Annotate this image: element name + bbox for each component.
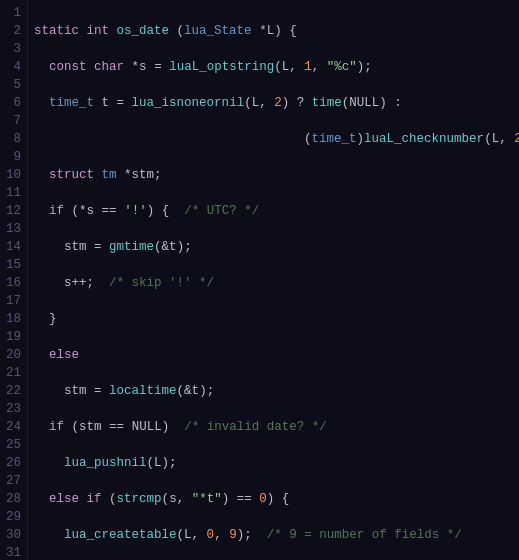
code-line-13: lua_pushnil(L); bbox=[34, 454, 513, 472]
code-line-10: else bbox=[34, 346, 513, 364]
code-line-9: } bbox=[34, 310, 513, 328]
line-numbers: 1 2 3 4 5 6 7 8 9 10 11 12 13 14 15 16 1… bbox=[0, 0, 28, 560]
code-line-3: time_t t = lua_isnoneornil(L, 2) ? time(… bbox=[34, 94, 513, 112]
code-line-8: s++; /* skip '!' */ bbox=[34, 274, 513, 292]
code-line-15: lua_createtable(L, 0, 9); /* 9 = number … bbox=[34, 526, 513, 544]
code-line-14: else if (strcmp(s, "*t") == 0) { bbox=[34, 490, 513, 508]
code-line-5: struct tm *stm; bbox=[34, 166, 513, 184]
code-editor: 1 2 3 4 5 6 7 8 9 10 11 12 13 14 15 16 1… bbox=[0, 0, 519, 560]
code-line-7: stm = gmtime(&t); bbox=[34, 238, 513, 256]
code-line-6: if (*s == '!') { /* UTC? */ bbox=[34, 202, 513, 220]
code-line-12: if (stm == NULL) /* invalid date? */ bbox=[34, 418, 513, 436]
code-line-2: const char *s = luaL_optstring(L, 1, "%c… bbox=[34, 58, 513, 76]
code-body[interactable]: static int os_date (lua_State *L) { cons… bbox=[28, 0, 519, 560]
code-line-11: stm = localtime(&t); bbox=[34, 382, 513, 400]
code-line-1: static int os_date (lua_State *L) { bbox=[34, 22, 513, 40]
code-line-4: (time_t)luaL_checknumber(L, 2); bbox=[34, 130, 513, 148]
